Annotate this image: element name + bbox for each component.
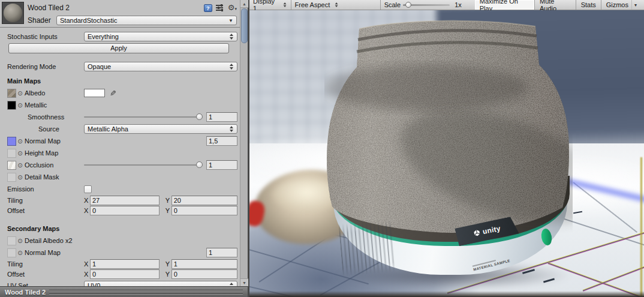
offset-x-field[interactable]	[90, 206, 160, 215]
help-icon[interactable]: ?	[204, 4, 212, 12]
shader-value: StandardStochastic	[60, 17, 117, 24]
uv-set-dropdown[interactable]: UV0	[84, 281, 237, 286]
stochastic-inputs-label: Stochastic Inputs	[7, 33, 84, 40]
object-picker-icon[interactable]: ⊙	[16, 162, 24, 169]
scrollbar-thumb[interactable]	[241, 8, 248, 43]
occlusion-label: Occlusion	[24, 161, 53, 169]
secondary-offset-label: Offset	[7, 271, 84, 278]
shader-label: Shader	[28, 16, 56, 25]
secondary-offset-y-field[interactable]	[171, 269, 237, 279]
barcode	[338, 219, 396, 277]
metallic-texture-thumbnail[interactable]	[7, 101, 16, 110]
height-map-texture-thumbnail[interactable]	[7, 149, 16, 158]
tiling-y-field[interactable]	[171, 196, 237, 205]
gizmos-label: Gizmos	[606, 1, 628, 8]
secondary-normal-texture-thumbnail[interactable]	[7, 248, 16, 257]
uv-set-value: UV0	[88, 282, 100, 286]
stochastic-inputs-dropdown[interactable]: Everything	[84, 32, 237, 41]
y-axis-label: Y	[165, 197, 171, 204]
normal-map-texture-thumbnail[interactable]	[7, 137, 16, 146]
stats-button[interactable]: Stats	[576, 0, 601, 10]
enum-arrows-icon	[230, 126, 234, 132]
eyedropper-icon[interactable]: ✎	[110, 89, 116, 98]
y-axis-label: Y	[165, 271, 171, 278]
mute-audio-button[interactable]: Mute Audio	[535, 0, 576, 10]
slider-knob[interactable]	[196, 113, 203, 120]
material-preview-bar[interactable]: Wood Tiled 2	[0, 286, 248, 297]
tiling-x-field[interactable]	[90, 196, 160, 205]
normal-map-scale-field[interactable]	[206, 136, 237, 146]
rendering-mode-label: Rendering Mode	[7, 63, 84, 70]
offset-y-field[interactable]	[171, 206, 237, 215]
albedo-color-swatch[interactable]	[84, 89, 105, 97]
object-picker-icon[interactable]: ⊙	[16, 90, 24, 97]
aspect-dropdown[interactable]: Free Aspect	[291, 0, 381, 10]
smoothness-slider[interactable]	[84, 112, 203, 122]
unity-wordmark: unity	[482, 224, 501, 236]
preview-title: Wood Tiled 2	[5, 289, 46, 296]
x-axis-label: X	[84, 207, 90, 214]
slider-knob[interactable]	[196, 161, 203, 168]
material-inspector-panel: Wood Tiled 2 ? ⚙▾ Shader StandardStochas…	[0, 0, 248, 297]
albedo-texture-thumbnail[interactable]	[7, 89, 16, 98]
object-picker-icon[interactable]: ⊙	[16, 150, 24, 157]
source-dropdown[interactable]: Metallic Alpha	[84, 124, 237, 134]
occlusion-texture-thumbnail[interactable]	[7, 161, 16, 170]
game-view-toolbar: Display 1 Free Aspect Scale 1x Maximize …	[249, 0, 644, 10]
enum-arrows-icon	[284, 2, 287, 7]
rendering-mode-dropdown[interactable]: Opaque	[84, 62, 237, 71]
scale-knob[interactable]	[405, 2, 411, 8]
x-axis-label: X	[84, 271, 90, 278]
inspector-scrollbar[interactable]: ▲ ▼	[240, 0, 248, 286]
dropdown-arrow-icon: ▼	[228, 18, 233, 23]
scale-slider[interactable]	[403, 4, 450, 6]
occlusion-value-field[interactable]	[206, 160, 237, 170]
apply-button[interactable]: Apply	[8, 43, 229, 53]
enum-arrows-icon	[335, 2, 339, 7]
display-dropdown[interactable]: Display 1	[249, 0, 291, 10]
game-view-panel: Display 1 Free Aspect Scale 1x Maximize …	[249, 0, 644, 297]
occlusion-slider[interactable]	[84, 160, 203, 170]
material-preview-thumbnail[interactable]	[2, 2, 24, 24]
secondary-normal-scale-field[interactable]	[206, 248, 237, 257]
smoothness-value-field[interactable]	[206, 112, 237, 122]
scroll-up-icon[interactable]: ▲	[240, 0, 248, 8]
scroll-down-icon[interactable]: ▼	[240, 278, 248, 286]
emission-label: Emission	[7, 185, 84, 193]
toolbar-spacer	[465, 0, 475, 10]
unity-editor-window: Wood Tiled 2 ? ⚙▾ Shader StandardStochas…	[0, 0, 644, 297]
albedo-label: Albedo	[24, 89, 45, 97]
height-map-label: Height Map	[24, 149, 58, 157]
secondary-normal-map-label: Normal Map	[24, 249, 61, 256]
source-label: Source	[7, 125, 84, 133]
enum-arrows-icon	[230, 34, 234, 40]
object-picker-icon[interactable]: ⊙	[16, 174, 24, 181]
gizmos-button[interactable]: Gizmos ▾	[601, 0, 644, 10]
game-render-surface[interactable]: unity MATERIAL SAMPLE	[249, 10, 644, 296]
gizmos-arrow-icon[interactable]: ▾	[631, 0, 639, 10]
secondary-tiling-x-field[interactable]	[90, 259, 160, 269]
object-picker-icon[interactable]: ⊙	[16, 238, 24, 244]
yellow-edge-line	[640, 157, 642, 296]
main-maps-header: Main Maps	[0, 77, 237, 86]
object-picker-icon[interactable]: ⊙	[16, 250, 24, 256]
enum-arrows-icon	[230, 64, 234, 70]
detail-mask-texture-thumbnail[interactable]	[7, 173, 16, 182]
inspector-body: Stochastic Inputs Everything Apply Rende…	[0, 28, 240, 286]
secondary-offset-x-field[interactable]	[90, 269, 160, 279]
detail-albedo-texture-thumbnail[interactable]	[7, 236, 16, 245]
presets-icon[interactable]	[216, 4, 224, 11]
gear-icon[interactable]: ⚙▾	[228, 4, 237, 13]
secondary-tiling-y-field[interactable]	[171, 259, 237, 269]
object-picker-icon[interactable]: ⊙	[16, 138, 24, 145]
maximize-on-play-button[interactable]: Maximize On Play	[475, 0, 535, 10]
tiling-label: Tiling	[7, 197, 84, 204]
scale-value: 1x	[455, 1, 462, 8]
scale-control: Scale 1x	[381, 0, 465, 10]
emission-checkbox[interactable]	[84, 185, 92, 193]
smoothness-label: Smoothness	[7, 113, 84, 121]
object-picker-icon[interactable]: ⊙	[16, 102, 24, 109]
shader-dropdown[interactable]: StandardStochastic ▼	[56, 16, 237, 25]
normal-map-label: Normal Map	[24, 137, 61, 145]
drag-handle-icon[interactable]	[49, 290, 243, 294]
